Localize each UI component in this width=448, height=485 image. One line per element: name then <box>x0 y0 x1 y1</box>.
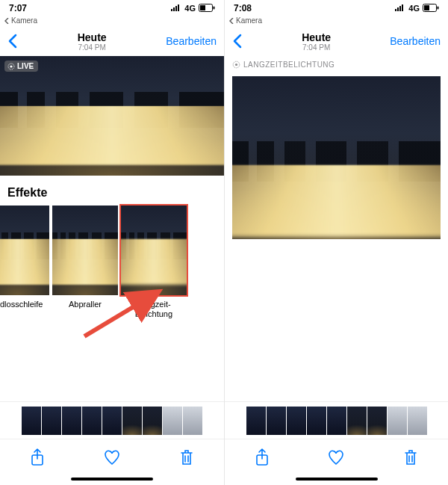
live-icon <box>7 63 15 70</box>
phone-right: 7:08 4G Kamera Heute 7:04 PM Bearbeiten … <box>224 0 448 485</box>
thumb-selected[interactable] <box>347 407 367 435</box>
home-indicator[interactable] <box>0 475 224 485</box>
home-indicator[interactable] <box>225 475 448 485</box>
status-time: 7:07 <box>9 3 27 13</box>
thumb[interactable] <box>287 407 306 435</box>
thumb[interactable] <box>408 407 427 435</box>
effects-title: Effekte <box>6 183 224 206</box>
phone-left: 7:07 4G Kamera Heute 7:04 PM Bearbeiten … <box>0 0 224 485</box>
svg-rect-12 <box>397 7 399 11</box>
thumb[interactable] <box>62 407 81 435</box>
long-exposure-icon <box>232 61 240 69</box>
thumb[interactable] <box>267 407 286 435</box>
network-label: 4G <box>408 4 420 13</box>
effect-thumb <box>121 206 187 295</box>
title-main: Heute <box>243 31 390 43</box>
whitespace <box>0 324 224 401</box>
nav-bar: Heute 7:04 PM Bearbeiten <box>225 26 448 56</box>
battery-icon <box>423 4 439 13</box>
thumb[interactable] <box>102 407 122 435</box>
thumb[interactable] <box>183 407 202 435</box>
title-sub: 7:04 PM <box>243 43 390 52</box>
thumb[interactable] <box>42 407 61 435</box>
svg-rect-3 <box>178 4 179 11</box>
share-button[interactable] <box>21 441 54 474</box>
svg-rect-6 <box>214 6 215 9</box>
effect-label: Abpraller <box>69 295 102 309</box>
thumb[interactable] <box>163 407 182 435</box>
thumb[interactable] <box>22 407 41 435</box>
effects-section: Effekte Endlosschleife Abpraller Langzei… <box>0 176 224 324</box>
status-bar: 7:07 4G <box>0 0 224 16</box>
svg-rect-0 <box>171 9 172 11</box>
bottom-toolbar <box>225 439 448 475</box>
svg-rect-1 <box>173 7 175 11</box>
effect-label: Langzeit- belichtung <box>135 295 172 319</box>
back-to-app[interactable]: Kamera <box>225 16 448 26</box>
thumbnail-strip[interactable] <box>0 401 224 439</box>
nav-title: Heute 7:04 PM <box>18 31 166 52</box>
status-right: 4G <box>395 4 439 13</box>
mode-badge: LANGZEITBELICHTUNG <box>225 56 448 73</box>
breadcrumb-label: Kamera <box>236 16 262 25</box>
svg-rect-17 <box>438 6 439 9</box>
edit-button[interactable]: Bearbeiten <box>166 35 217 47</box>
thumb[interactable] <box>246 407 266 435</box>
thumb[interactable] <box>388 407 407 435</box>
signal-icon <box>171 4 181 13</box>
favorite-button[interactable] <box>320 441 352 474</box>
favorite-button[interactable] <box>96 441 128 474</box>
bottom-toolbar <box>0 439 224 475</box>
thumb[interactable] <box>367 407 387 435</box>
svg-point-19 <box>235 64 237 66</box>
share-button[interactable] <box>246 441 279 474</box>
thumb[interactable] <box>82 407 102 435</box>
back-to-app[interactable]: Kamera <box>0 16 224 26</box>
svg-rect-2 <box>175 6 177 11</box>
photo-preview[interactable]: LIVE <box>0 56 224 176</box>
edit-button[interactable]: Bearbeiten <box>390 35 441 47</box>
thumb[interactable] <box>307 407 326 435</box>
svg-point-8 <box>10 65 12 67</box>
svg-rect-5 <box>200 5 205 10</box>
status-time: 7:08 <box>234 3 252 13</box>
battery-icon <box>199 4 215 13</box>
breadcrumb-label: Kamera <box>11 16 37 25</box>
live-badge: LIVE <box>4 61 38 72</box>
delete-button[interactable] <box>394 441 427 474</box>
svg-rect-14 <box>402 4 403 11</box>
effects-row[interactable]: Endlosschleife Abpraller Langzeit- belic… <box>6 206 224 319</box>
effect-item-bounce[interactable]: Abpraller <box>52 206 118 319</box>
nav-bar: Heute 7:04 PM Bearbeiten <box>0 26 224 56</box>
signal-icon <box>395 4 405 13</box>
thumbnail-strip[interactable] <box>225 401 448 439</box>
effect-item-long-exposure[interactable]: Langzeit- belichtung <box>121 206 187 319</box>
svg-rect-11 <box>395 9 396 11</box>
live-label: LIVE <box>17 62 34 70</box>
effect-thumb <box>52 206 118 295</box>
status-right: 4G <box>171 4 215 13</box>
back-button[interactable] <box>232 34 243 49</box>
photo-container: LANGZEITBELICHTUNG <box>225 56 448 401</box>
svg-rect-13 <box>399 6 401 11</box>
delete-button[interactable] <box>170 441 203 474</box>
thumb[interactable] <box>143 407 162 435</box>
nav-title: Heute 7:04 PM <box>243 31 390 52</box>
effect-item-loop[interactable]: Endlosschleife <box>0 206 49 319</box>
title-main: Heute <box>18 31 166 43</box>
back-button[interactable] <box>7 34 18 49</box>
network-label: 4G <box>184 4 196 13</box>
effect-label: Endlosschleife <box>0 295 43 309</box>
title-sub: 7:04 PM <box>18 43 166 52</box>
status-bar: 7:08 4G <box>225 0 448 16</box>
photo-preview[interactable] <box>232 76 441 239</box>
thumb[interactable] <box>327 407 346 435</box>
effect-thumb <box>0 206 49 295</box>
svg-rect-16 <box>424 5 429 10</box>
thumb-selected[interactable] <box>122 407 142 435</box>
mode-label: LANGZEITBELICHTUNG <box>243 61 335 69</box>
